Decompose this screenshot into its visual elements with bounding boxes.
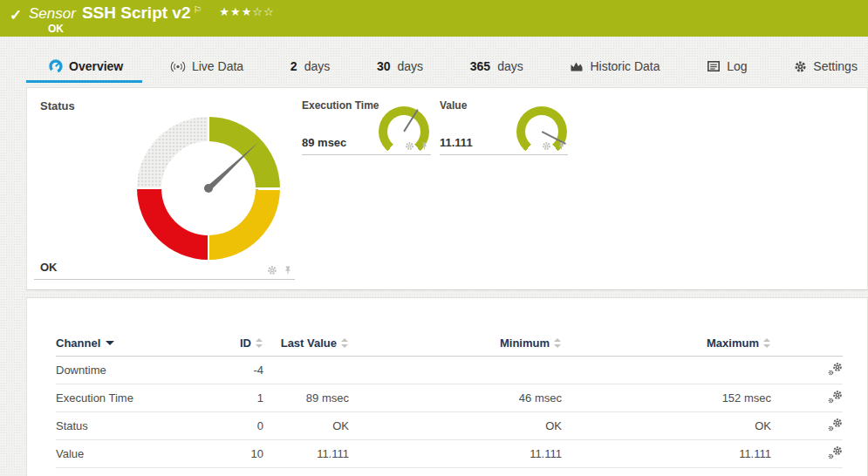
column-header-minimum[interactable]: Minimum [349,337,562,357]
sensor-title-line: SensorSSH Script v2⚐★★★☆☆ [29,3,275,23]
overview-gauges-panel: Status OK Execution Time 89 msec Value 1… [26,87,868,290]
sort-icon [763,338,771,348]
channel-last-value-cell [263,357,349,384]
tab-settings[interactable]: Settings [794,59,858,73]
table-row-downtime: Downtime -4 [56,357,843,384]
channel-settings-gears-icon[interactable] [828,390,843,404]
sort-icon [554,338,562,348]
active-tab-underline [26,80,142,83]
channel-last-value-cell: OK [263,412,349,440]
channels-table-panel: Channel ID Last Value Minimum Maximum [26,297,868,476]
gauge-pin-icon[interactable] [557,141,566,151]
sensor-name: SSH Script v2 [82,3,191,22]
status-gauge-title: Status [40,99,75,112]
channel-id-cell: -4 [230,357,263,384]
tab-2-days[interactable]: 2 days [290,59,330,73]
channel-name-cell: Status [56,412,230,440]
channel-minimum-cell: 11.111 [349,440,562,468]
column-header-maximum[interactable]: Maximum [562,337,771,357]
value-gauge-title: Value [440,99,467,112]
tab-day-count: 365 [470,59,490,73]
status-gauge [137,117,280,260]
value-gauge-footer: 11.111 [440,134,568,155]
tab-label: days [497,59,523,73]
channel-maximum-cell: 11.111 [562,440,771,468]
status-check-icon: ✓ [10,6,22,24]
channel-maximum-cell [562,357,771,384]
channel-settings-gears-icon[interactable] [828,362,843,376]
channel-settings-gears-icon[interactable] [828,418,843,432]
sensor-header: ✓ SensorSSH Script v2⚐★★★☆☆ OK [0,0,868,37]
channel-id-cell: 1 [230,384,263,412]
flag-icon[interactable]: ⚐ [193,4,202,15]
tab-label: days [397,59,423,73]
area-chart-icon [570,60,584,72]
broadcast-icon [170,61,186,72]
tab-label: Log [727,59,747,73]
tab-label: Live Data [192,59,243,73]
channel-id-cell: 0 [230,412,263,440]
channel-last-value-cell: 11.111 [263,440,349,468]
sort-icon [256,338,263,348]
tab-log[interactable]: Log [707,59,747,73]
channel-name-cell: Downtime [56,357,230,384]
tab-overview[interactable]: Overview [26,59,123,73]
gauge-pin-icon[interactable] [420,141,429,151]
column-header-channel[interactable]: Channel [56,337,230,357]
channel-id-cell: 10 [230,440,263,468]
channel-name-cell: Execution Time [56,384,230,412]
gear-icon [794,60,807,73]
object-type-label: Sensor [29,5,76,22]
channel-minimum-cell: OK [349,412,562,440]
sensor-status-text: OK [48,23,64,35]
tab-30-days[interactable]: 30 days [377,59,423,73]
column-header-actions [771,337,843,357]
execution-time-gauge-title: Execution Time [302,99,379,112]
tab-label: Historic Data [590,59,660,73]
tab-day-count: 2 [290,59,297,73]
tab-label: Overview [69,59,123,73]
priority-stars[interactable]: ★★★☆☆ [219,5,274,18]
channels-table: Channel ID Last Value Minimum Maximum [56,337,843,468]
value-gauge-value: 11.111 [440,136,473,149]
sort-icon [341,338,349,348]
tab-label: days [304,59,331,73]
gauge-settings-gear-icon[interactable] [405,141,414,151]
tab-bar: Overview Live Data 2 days 30 days 365 [0,37,868,85]
channel-maximum-cell: OK [562,412,771,440]
gauge-settings-gear-icon[interactable] [267,265,277,275]
tab-historic-data[interactable]: Historic Data [570,59,660,73]
table-header-row: Channel ID Last Value Minimum Maximum [56,337,843,357]
status-gauge-value: OK [40,261,58,274]
tab-label: Settings [813,59,858,73]
table-row-status: Status 0 OK OK OK [56,412,843,440]
column-header-last-value[interactable]: Last Value [263,337,349,357]
channel-minimum-cell [349,357,562,384]
log-icon [707,60,721,72]
channel-maximum-cell: 152 msec [562,384,771,412]
channel-last-value-cell: 89 msec [263,384,349,412]
table-row-execution-time: Execution Time 1 89 msec 46 msec 152 mse… [56,384,843,412]
table-row-value: Value 10 11.111 11.111 11.111 [56,440,843,468]
gauge-settings-gear-icon[interactable] [542,141,551,151]
gauge-pin-icon[interactable] [283,265,293,275]
tab-day-count: 30 [377,59,391,73]
status-gauge-footer: OK [34,259,295,280]
tab-365-days[interactable]: 365 days [470,59,523,73]
execution-time-gauge-footer: 89 msec [302,134,431,155]
execution-time-gauge-value: 89 msec [302,136,346,149]
gauge-icon [49,59,63,73]
tab-live-data[interactable]: Live Data [170,59,243,73]
channel-name-cell: Value [56,440,230,468]
channel-minimum-cell: 46 msec [349,384,562,412]
channel-settings-gears-icon[interactable] [828,445,843,459]
column-header-id[interactable]: ID [230,337,263,357]
sort-desc-icon [106,341,114,345]
